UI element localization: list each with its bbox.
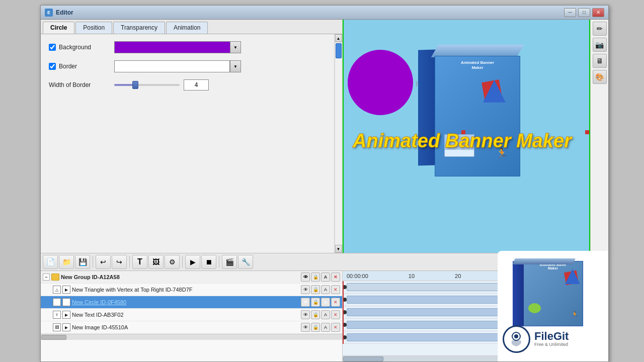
- border-width-slider[interactable]: [114, 84, 180, 86]
- timeline-playhead[interactable]: [343, 281, 344, 344]
- side-toolbar: ✏ 📷 🖥 🎨: [590, 20, 608, 253]
- image-layer-icon: 🖼: [53, 323, 61, 331]
- layer-image-controls: 👁 🔒 A ✕: [301, 323, 340, 332]
- layer-image-eye[interactable]: 👁: [301, 323, 310, 332]
- save-button[interactable]: 💾: [75, 255, 90, 269]
- layer-text[interactable]: T ▶ New Text ID-AB3F02 👁 🔒 A ✕: [41, 309, 342, 321]
- svg-point-1: [514, 334, 518, 338]
- border-color-swatch[interactable]: [114, 60, 230, 72]
- layer-image-del[interactable]: ✕: [331, 323, 340, 332]
- tab-circle[interactable]: Circle: [43, 22, 74, 34]
- border-label: Border: [59, 63, 77, 70]
- background-checkbox-label[interactable]: Background: [49, 44, 114, 51]
- layers-scroll-h[interactable]: [41, 334, 342, 340]
- layer-group-controls: 👁 🔒 A ✕: [301, 273, 340, 282]
- close-button[interactable]: ✕: [592, 8, 604, 17]
- image-layer-icon2: ▶: [62, 323, 70, 331]
- settings-button[interactable]: 🔧: [238, 255, 253, 269]
- color-tool-button[interactable]: 🎨: [593, 70, 607, 84]
- layer-text-a[interactable]: A: [321, 310, 330, 319]
- open-button[interactable]: 📁: [59, 255, 74, 269]
- background-checkbox[interactable]: [49, 44, 56, 51]
- layer-tri-eye[interactable]: 👁: [301, 285, 310, 294]
- text-layer-icon: T: [53, 311, 61, 319]
- tab-position[interactable]: Position: [75, 22, 112, 34]
- box-title-text: Animated BannerMaker: [461, 60, 494, 71]
- text-layer-icon2: ▶: [62, 311, 70, 319]
- tab-transparency[interactable]: Transparency: [113, 22, 165, 34]
- group-expand-button[interactable]: −: [43, 274, 50, 281]
- layer-image[interactable]: 🖼 ▶ New Image ID-45510A 👁 🔒 A ✕: [41, 321, 342, 334]
- film-button[interactable]: 🎬: [222, 255, 237, 269]
- main-content: Circle Position Transparency Animation B…: [41, 20, 608, 361]
- time-start: 00:00:00: [347, 273, 368, 279]
- layer-tri-a[interactable]: A: [321, 285, 330, 294]
- border-row: Border ▼: [49, 60, 326, 72]
- border-checkbox[interactable]: [49, 63, 56, 70]
- app-icon: E: [45, 9, 53, 17]
- text-button[interactable]: T: [132, 255, 147, 269]
- layers-scroll-thumb[interactable]: [41, 335, 66, 340]
- layer-circle-controls: 👁 🔒 A ✕: [301, 298, 340, 307]
- layer-delete-button[interactable]: ✕: [331, 273, 340, 282]
- canvas-circle-element[interactable]: [348, 50, 413, 115]
- image-button[interactable]: 🖼: [148, 255, 164, 269]
- small-green-ball: [528, 303, 541, 313]
- play-button[interactable]: ▶: [185, 255, 200, 269]
- panel-scrollbar[interactable]: ▲ ▼: [334, 34, 342, 253]
- undo-button[interactable]: ↩: [96, 255, 111, 269]
- layer-text-controls: 👁 🔒 A ✕: [301, 310, 340, 319]
- border-color-select: ▼: [114, 60, 241, 72]
- border-color-dropdown[interactable]: ▼: [230, 60, 241, 72]
- layer-eye-button[interactable]: 👁: [301, 273, 310, 282]
- background-color-dropdown[interactable]: ▼: [230, 41, 241, 53]
- stop-button[interactable]: ⏹: [201, 255, 216, 269]
- tab-animation[interactable]: Animation: [166, 22, 208, 34]
- scroll-up-button[interactable]: ▲: [335, 34, 342, 42]
- background-color-swatch[interactable]: [114, 41, 230, 53]
- shape-button[interactable]: ⚙: [165, 255, 180, 269]
- selection-handle-right[interactable]: [585, 130, 589, 134]
- layer-image-a[interactable]: A: [321, 323, 330, 332]
- marker-10: 10: [409, 273, 415, 279]
- border-checkbox-label[interactable]: Border: [49, 63, 114, 70]
- circle-layer-icon: ○: [53, 298, 61, 306]
- canvas-green-triangle: [490, 177, 590, 253]
- pencil-tool-button[interactable]: ✏: [593, 22, 607, 36]
- new-button[interactable]: 📄: [43, 255, 58, 269]
- layer-group[interactable]: − New Group ID-A12A58 👁 🔒 A ✕: [41, 271, 342, 284]
- selection-handle-left[interactable]: [461, 130, 465, 134]
- border-width-input[interactable]: 4: [184, 79, 209, 90]
- layer-circle-name: New Circle ID-0F4580: [72, 299, 301, 305]
- scroll-thumb[interactable]: [336, 43, 342, 58]
- separator1: [93, 256, 93, 268]
- separator4: [219, 256, 219, 268]
- camera-tool-button[interactable]: 📷: [593, 38, 607, 52]
- minimize-button[interactable]: ─: [564, 8, 576, 17]
- layer-circle-lock[interactable]: 🔒: [311, 298, 320, 307]
- layer-circle-a[interactable]: A: [321, 298, 330, 307]
- slider-thumb[interactable]: [132, 81, 138, 89]
- layer-lock-button[interactable]: 🔒: [311, 273, 320, 282]
- scroll-down-button[interactable]: ▼: [335, 245, 342, 253]
- layer-triangle-name: New Triangle with Vertex at Top Right ID…: [72, 287, 301, 293]
- timeline-scroll-thumb[interactable]: [343, 356, 383, 361]
- canvas-left-border: [343, 20, 344, 253]
- screen-tool-button[interactable]: 🖥: [593, 54, 607, 68]
- layer-tri-del[interactable]: ✕: [331, 285, 340, 294]
- layer-circle-eye[interactable]: 👁: [301, 298, 310, 307]
- layer-text-eye[interactable]: 👁: [301, 310, 310, 319]
- layer-circle[interactable]: ○ ▶ New Circle ID-0F4580 👁 🔒 A ✕: [41, 296, 342, 309]
- layer-triangle[interactable]: △ ▶ New Triangle with Vertex at Top Righ…: [41, 284, 342, 296]
- layer-text-del[interactable]: ✕: [331, 310, 340, 319]
- maximize-button[interactable]: □: [578, 8, 590, 17]
- layer-text-lock[interactable]: 🔒: [311, 310, 320, 319]
- small-box-side-text: Animated Banner Maker: [508, 271, 511, 317]
- layer-circle-del[interactable]: ✕: [331, 298, 340, 307]
- small-box-side: [513, 271, 524, 326]
- layer-a-button[interactable]: A: [321, 273, 330, 282]
- border-width-slider-container: 4: [114, 79, 209, 90]
- layer-image-lock[interactable]: 🔒: [311, 323, 320, 332]
- layer-tri-lock[interactable]: 🔒: [311, 285, 320, 294]
- redo-button[interactable]: ↪: [112, 255, 127, 269]
